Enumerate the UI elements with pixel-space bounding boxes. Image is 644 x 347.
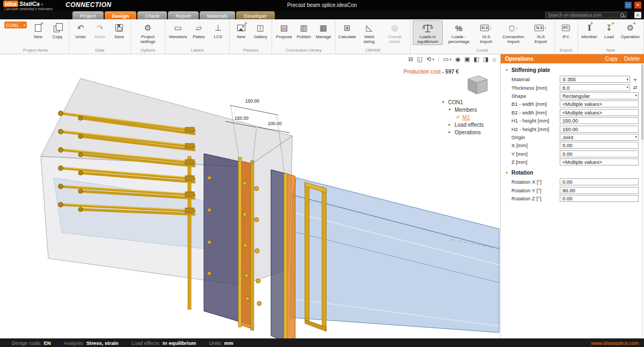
menu-button[interactable]: ≡ — [634, 12, 641, 18]
new-load-button[interactable]: ↧+ Load — [600, 20, 618, 40]
section-stiffening-plate[interactable]: ▼ Stiffening plate — [501, 63, 644, 75]
copy-project-item-button[interactable]: Copy — [48, 20, 67, 40]
xls-export-button[interactable]: XLS↑ XLS Export — [529, 20, 552, 45]
property-row-thickness: Thickness [mm] 8.0 ▾ ⇄ — [501, 83, 644, 91]
add-material-button[interactable]: + — [632, 76, 639, 83]
new-project-item-button[interactable]: + New — [29, 20, 47, 40]
tree-node-m1[interactable]: ✔ M1 — [442, 113, 484, 121]
publish-button[interactable]: ▥ Publish — [295, 20, 313, 40]
property-row-rotation-z: Rotation Z [°] — [501, 194, 644, 203]
ifc-export-button[interactable]: IFC IFC — [557, 20, 575, 40]
new-picture-button[interactable]: + New — [232, 20, 250, 40]
rotation-x-input[interactable] — [560, 178, 639, 185]
camera-icon[interactable]: ◉ — [456, 56, 461, 62]
x-offset-input[interactable] — [560, 142, 639, 149]
panel-scrollbar[interactable] — [641, 64, 643, 337]
properties-header: Operations Copy Delete — [501, 54, 644, 63]
weld-sizing-icon: ◺ — [366, 21, 372, 34]
project-settings-button[interactable]: ⚙ Project settings — [133, 20, 163, 45]
clipping-icon[interactable]: ◧ — [474, 56, 479, 62]
b1-width-input[interactable] — [560, 100, 639, 107]
calculate-button[interactable]: ⊞ Calculate — [338, 20, 357, 40]
rotate-view-icon[interactable]: ⟲ — [426, 56, 431, 62]
lcs-button[interactable]: ⊥ LCS — [209, 20, 227, 40]
search-input[interactable] — [548, 12, 618, 18]
view-section-icon[interactable]: ⊟ — [408, 56, 413, 62]
manage-icon: ▦ — [319, 21, 327, 34]
delete-operation-button[interactable]: Delete — [624, 56, 640, 62]
website-link[interactable]: www.ideastatica.com — [591, 340, 639, 346]
b2-width-input[interactable] — [560, 109, 639, 116]
y-offset-input[interactable] — [560, 150, 639, 157]
expander-icon[interactable]: ▸ — [449, 130, 452, 134]
tab-report[interactable]: Report — [168, 11, 199, 19]
plates-labels-button[interactable]: ▱ Plates — [189, 20, 208, 40]
swap-thickness-button[interactable]: ⇄ — [632, 85, 639, 90]
overall-check-button[interactable]: ◎ Overall check — [382, 20, 408, 45]
rotation-y-input[interactable] — [560, 187, 639, 194]
expander-icon[interactable]: ▸ — [449, 122, 452, 127]
thickness-select[interactable]: 8.0 ▾ — [560, 84, 630, 91]
origin-select[interactable]: Joint ▾ — [560, 134, 639, 141]
screenshot-icon[interactable]: ◨ — [483, 56, 488, 62]
tree-node-load-effects[interactable]: ▸ Load effects — [442, 121, 484, 128]
new-member-button[interactable]: I+ Member — [580, 20, 599, 40]
production-cost-label: Production cost — [404, 69, 441, 75]
group-label-connection-library: Connection Library — [274, 47, 333, 54]
view-options-caret-icon[interactable]: ▾ — [432, 57, 434, 61]
publish-icon: ▥ — [300, 21, 308, 34]
connection-selector[interactable]: CON1▾ — [4, 21, 27, 28]
splice-plates[interactable] — [204, 154, 295, 338]
expander-icon[interactable]: ▾ — [449, 107, 452, 112]
tab-check[interactable]: Check — [137, 11, 167, 19]
window-close-button[interactable]: ✕ — [634, 2, 641, 9]
home-view-icon[interactable]: ⌂ — [492, 56, 496, 62]
orientation-cube[interactable] — [468, 76, 487, 94]
tree-node-operations[interactable]: ▸ Operations — [442, 128, 484, 136]
selection-mode-icon[interactable]: ▭ — [443, 56, 449, 62]
layers-icon[interactable]: ▣ — [464, 56, 470, 62]
zoom-fit-icon[interactable]: ◱ — [417, 56, 422, 62]
shape-select[interactable]: Rectangular ▾ — [560, 92, 639, 99]
scrollbar-thumb[interactable] — [641, 64, 643, 140]
new-operation-button[interactable]: ⚙+ Operation — [619, 20, 641, 40]
tab-materials[interactable]: Materials — [200, 11, 236, 19]
manage-button[interactable]: ▦ Manage — [314, 20, 333, 40]
copy-operation-button[interactable]: Copy — [605, 56, 618, 62]
propose-button[interactable]: ▤ Propose — [274, 20, 294, 40]
loads-percentage-button[interactable]: % Loads - percentage — [444, 20, 474, 45]
group-label-loads: Loads — [413, 47, 552, 54]
save-button[interactable]: Save — [110, 20, 128, 40]
expander-icon[interactable]: ▾ — [442, 100, 446, 104]
weld-sizing-button[interactable]: ◺ Weld sizing — [358, 20, 380, 45]
section-rotation[interactable]: ▼ Rotation — [501, 166, 644, 178]
3d-viewport: ⊟ ◱ ⟲ ▾ | ▭ ▾ ◉ ▣ ◧ ◨ ⌂ Production cost … — [0, 54, 500, 338]
copy-icon — [55, 21, 60, 34]
h1-height-input[interactable] — [560, 117, 639, 124]
loads-in-equilibrium-button[interactable]: Loads in equilibrium — [413, 20, 443, 45]
undo-icon: ↶ — [77, 21, 84, 34]
tree-node-members[interactable]: ▾ Members — [442, 106, 484, 113]
rotation-z-input[interactable] — [560, 195, 639, 202]
tab-project[interactable]: Project — [72, 11, 104, 19]
tree-node-con1[interactable]: ▾ CON1 — [442, 98, 484, 106]
gallery-button[interactable]: ◫ Gallery — [251, 20, 269, 40]
z-offset-input[interactable] — [560, 158, 639, 165]
search-icon[interactable] — [620, 13, 624, 17]
redo-button[interactable]: ↷ Redo — [91, 20, 109, 40]
h2-height-input[interactable] — [560, 126, 639, 133]
members-labels-button[interactable]: ▭ Members — [167, 20, 188, 40]
ribbon-tab-bar: Project Design Check Report Materials De… — [0, 11, 644, 19]
tab-developer[interactable]: Developer — [236, 11, 274, 19]
selection-caret-icon[interactable]: ▾ — [450, 57, 452, 61]
tab-design[interactable]: Design — [105, 11, 137, 19]
connection-import-button[interactable]: ▢↓ Connection Import — [499, 20, 529, 45]
group-label-data: Data — [71, 47, 128, 54]
undo-button[interactable]: ↶ Undo — [71, 20, 90, 40]
material-select[interactable]: S 355 ▾ — [560, 76, 630, 83]
3d-viewport-canvas[interactable]: 150.00 150.00 100.00 — [0, 54, 500, 338]
window-maximize-button[interactable]: ▢ — [625, 2, 632, 9]
operation-gear-icon: ⚙+ — [627, 21, 634, 34]
xls-import-button[interactable]: XLS↓ XLS Import — [475, 20, 497, 45]
production-cost: Production cost - 597 € — [404, 69, 459, 75]
